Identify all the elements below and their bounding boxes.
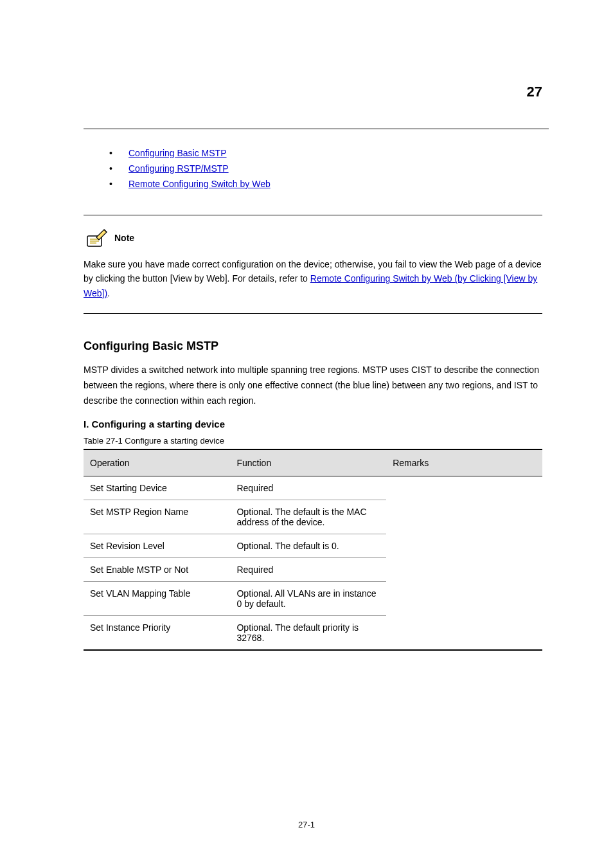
note-icon — [84, 228, 109, 248]
cell-function: Required — [230, 476, 386, 500]
cell-operation: Set Instance Priority — [84, 615, 230, 650]
cell-remarks-merged — [386, 476, 542, 650]
list-item: Configuring RSTP/MSTP — [109, 163, 542, 174]
cell-function: Optional. The default is 0. — [230, 534, 386, 557]
cell-operation: Set Starting Device — [84, 476, 230, 500]
page-number-top: 27 — [527, 84, 542, 100]
list-item: Remote Configuring Switch by Web — [109, 179, 542, 189]
col-function: Function — [230, 449, 386, 476]
section-configuring-basic-mstp: Configuring Basic MSTP MSTP divides a sw… — [84, 339, 542, 650]
link-list: Configuring Basic MSTP Configuring RSTP/… — [109, 148, 542, 189]
link-configuring-rstp-mstp[interactable]: Configuring RSTP/MSTP — [129, 163, 229, 174]
page-content: Configuring Basic MSTP Configuring RSTP/… — [84, 148, 542, 651]
cell-function: Optional. The default priority is 32768. — [230, 615, 386, 650]
table-header-row: Operation Function Remarks — [84, 449, 542, 476]
link-configuring-basic-mstp[interactable]: Configuring Basic MSTP — [129, 148, 227, 158]
section-paragraph: MSTP divides a switched network into mul… — [84, 363, 542, 408]
note-label: Note — [114, 233, 134, 243]
cell-operation: Set VLAN Mapping Table — [84, 581, 230, 615]
note-header: Note — [84, 228, 542, 248]
note-text-after: . — [107, 288, 110, 298]
cell-operation: Set Enable MSTP or Not — [84, 557, 230, 581]
note-box: Note Make sure you have made correct con… — [84, 215, 542, 314]
section-heading: Configuring Basic MSTP — [84, 339, 542, 353]
config-table: Operation Function Remarks Set Starting … — [84, 449, 542, 651]
table-row: Set Starting Device Required — [84, 476, 542, 500]
list-item: Configuring Basic MSTP — [109, 148, 542, 158]
cell-function: Optional. All VLANs are in instance 0 by… — [230, 581, 386, 615]
cell-function: Required — [230, 557, 386, 581]
cell-function: Optional. The default is the MAC address… — [230, 500, 386, 534]
cell-operation: Set Revision Level — [84, 534, 230, 557]
link-remote-configuring-switch[interactable]: Remote Configuring Switch by Web — [129, 179, 271, 189]
top-rule — [84, 129, 549, 129]
col-remarks: Remarks — [386, 449, 542, 476]
page-footer: 27-1 — [298, 820, 315, 829]
subsection-heading: I. Configuring a starting device — [84, 419, 542, 429]
note-text: Make sure you have made correct configur… — [84, 257, 542, 300]
col-operation: Operation — [84, 449, 230, 476]
table-caption: Table 27-1 Configure a starting device — [84, 436, 542, 446]
cell-operation: Set MSTP Region Name — [84, 500, 230, 534]
